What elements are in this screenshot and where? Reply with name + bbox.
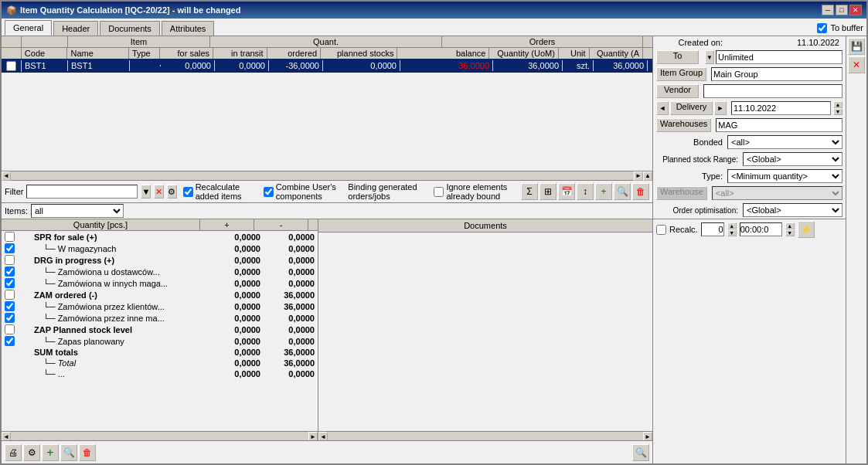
qty-hscroll-right[interactable]: ► (308, 432, 318, 440)
row-cb-3[interactable] (5, 266, 15, 277)
filter-clear-btn[interactable]: ✕ (154, 185, 164, 199)
vendor-input[interactable] (703, 84, 842, 98)
qty-hscroll[interactable]: ◄ ► (2, 431, 318, 440)
tab-header[interactable]: Header (53, 21, 98, 36)
tab-general[interactable]: General (5, 20, 52, 36)
cancel-button[interactable]: ✕ (848, 56, 865, 73)
to-dropdown-btn[interactable]: ▼ (705, 50, 714, 64)
search-icon-btn[interactable]: 🔍 (60, 444, 77, 461)
list-item[interactable]: └─ ... 0,0000 0,0000 (2, 368, 318, 379)
sum-icon[interactable]: Σ (521, 183, 538, 200)
row-cb-0[interactable] (5, 232, 15, 242)
items-select[interactable]: all (31, 204, 124, 218)
close-button[interactable]: ✕ (849, 5, 862, 15)
doc-hscroll-right[interactable]: ► (643, 432, 652, 440)
hscroll-left[interactable]: ◄ (2, 171, 11, 181)
list-item[interactable]: └─ Zapas planowany 0,0000 0,0000 (2, 335, 318, 347)
qty-minus-6: 36,0000 (264, 302, 318, 311)
table-row[interactable]: BST1 BST1 0,0000 0,0000 -36,0000 0,0000 … (2, 59, 652, 73)
tab-attributes[interactable]: Attributes (162, 21, 214, 36)
row-cb-4[interactable] (5, 278, 15, 288)
zoom-icon-btn[interactable]: 🔍 (632, 444, 649, 461)
doc-hscroll-left[interactable]: ◄ (318, 432, 328, 440)
list-item[interactable]: └─ Zamówiona przez klientów... 0,0000 36… (2, 300, 318, 312)
add-icon-toolbar[interactable]: + (595, 183, 612, 200)
row-checkbox[interactable] (6, 61, 16, 71)
lightning-icon-btn[interactable]: ⚡ (798, 221, 815, 238)
add-icon-btn[interactable]: + (42, 444, 59, 461)
row-cb-6[interactable] (5, 301, 15, 311)
delivery-spin-down[interactable]: ▼ (833, 108, 842, 115)
cb-combine-input[interactable] (264, 187, 274, 197)
cb-ignore-input[interactable] (434, 187, 444, 197)
row-cb-2[interactable] (5, 255, 15, 265)
planned-stock-select[interactable]: <Global> (743, 152, 842, 166)
delivery-button[interactable]: Delivery (670, 101, 713, 115)
filter-input[interactable] (26, 185, 138, 199)
warehouses-button[interactable]: Warehouses (656, 118, 711, 132)
row-cb-9[interactable] (5, 336, 15, 346)
delete-icon-btn[interactable]: 🗑 (79, 444, 96, 461)
warehouses-input[interactable] (716, 118, 842, 132)
qty-hscroll-left[interactable]: ◄ (2, 432, 11, 440)
vscroll-up[interactable]: ▲ (643, 171, 652, 181)
recalc-time-down[interactable]: ▼ (785, 229, 795, 236)
delete-icon-toolbar[interactable]: 🗑 (632, 183, 649, 200)
type-select[interactable]: <Minimum quantity> (727, 169, 842, 183)
warehouse-select[interactable]: <all> (712, 186, 842, 200)
row-cb-1[interactable] (5, 243, 15, 253)
grid-hscroll[interactable]: ◄ ► ▲ (2, 171, 652, 180)
cb-recalculate-input[interactable] (183, 187, 193, 197)
list-item[interactable]: DRG in progress (+) 0,0000 0,0000 (2, 254, 318, 266)
item-group-button[interactable]: Item Group (656, 67, 706, 81)
filter-dropdown-btn[interactable]: ▼ (141, 185, 151, 199)
list-item[interactable]: ZAM ordered (-) 0,0000 36,0000 (2, 289, 318, 300)
search-icon-toolbar[interactable]: 🔍 (614, 183, 631, 200)
delivery-prev-btn[interactable]: ◄ (656, 101, 669, 115)
order-opt-select[interactable]: <Global> (743, 203, 842, 217)
grid-icon[interactable]: ⊞ (540, 183, 557, 200)
delivery-spin-up[interactable]: ▲ (833, 101, 842, 108)
delivery-next-btn[interactable]: ► (714, 101, 727, 115)
maximize-button[interactable]: □ (836, 5, 848, 15)
printer-icon-btn[interactable]: 🖨 (5, 444, 22, 461)
recalc-value-input[interactable] (701, 222, 724, 236)
to-buffer-checkbox[interactable] (817, 23, 827, 33)
minimize-button[interactable]: ─ (822, 5, 834, 15)
list-item[interactable]: └─ Zamówiona u dostawców... 0,0000 0,000… (2, 266, 318, 277)
list-item[interactable]: └─ W magazynach 0,0000 0,0000 (2, 243, 318, 254)
settings-icon-btn[interactable]: ⚙ (23, 444, 40, 461)
bonded-select[interactable]: <all> (727, 135, 842, 149)
to-button[interactable]: To (656, 50, 699, 64)
list-item[interactable]: SPR for sale (+) 0,0000 0,0000 (2, 231, 318, 243)
recalc-row: Recalc. ▲ ▼ ▲ ▼ ⚡ (653, 219, 846, 239)
hscroll-right[interactable]: ► (634, 171, 643, 181)
recalc-time-up[interactable]: ▲ (785, 222, 795, 229)
delivery-input[interactable] (731, 101, 831, 115)
item-group-input[interactable] (711, 67, 842, 81)
list-item[interactable]: └─ Zamówiona w innych maga... 0,0000 0,0… (2, 277, 318, 289)
row-cb-7[interactable] (5, 313, 15, 323)
qty-minus-9: 0,0000 (264, 337, 318, 346)
recalc-spin-down[interactable]: ▼ (727, 229, 737, 236)
row-cb-5[interactable] (5, 290, 15, 300)
recalc-checkbox[interactable] (656, 225, 666, 235)
tab-documents[interactable]: Documents (100, 21, 160, 36)
recalc-spin-up[interactable]: ▲ (727, 222, 737, 229)
row-cb-8[interactable] (5, 324, 15, 334)
warehouse-button[interactable]: Warehouse (656, 186, 707, 200)
to-value-input[interactable] (716, 50, 842, 64)
list-item[interactable]: SUM totals 0,0000 36,0000 (2, 347, 318, 358)
qty-minus-0: 0,0000 (264, 232, 318, 242)
doc-hscroll[interactable]: ◄ ► (318, 431, 652, 440)
list-item[interactable]: └─ Total 0,0000 36,0000 (2, 358, 318, 368)
form-row-bonded: Bonded <all> (653, 134, 846, 151)
filter-settings-btn[interactable]: ⚙ (167, 185, 177, 199)
list-item[interactable]: └─ Zamówiona przez inne ma... 0,0000 0,0… (2, 312, 318, 324)
recalc-time-input[interactable] (740, 222, 782, 236)
arrow-icon[interactable]: ↕ (577, 183, 594, 200)
vendor-button[interactable]: Vendor (656, 84, 699, 98)
list-item[interactable]: ZAP Planned stock level 0,0000 0,0000 (2, 324, 318, 335)
calendar-icon[interactable]: 📅 (558, 183, 575, 200)
save-button[interactable]: 💾 (848, 38, 865, 55)
